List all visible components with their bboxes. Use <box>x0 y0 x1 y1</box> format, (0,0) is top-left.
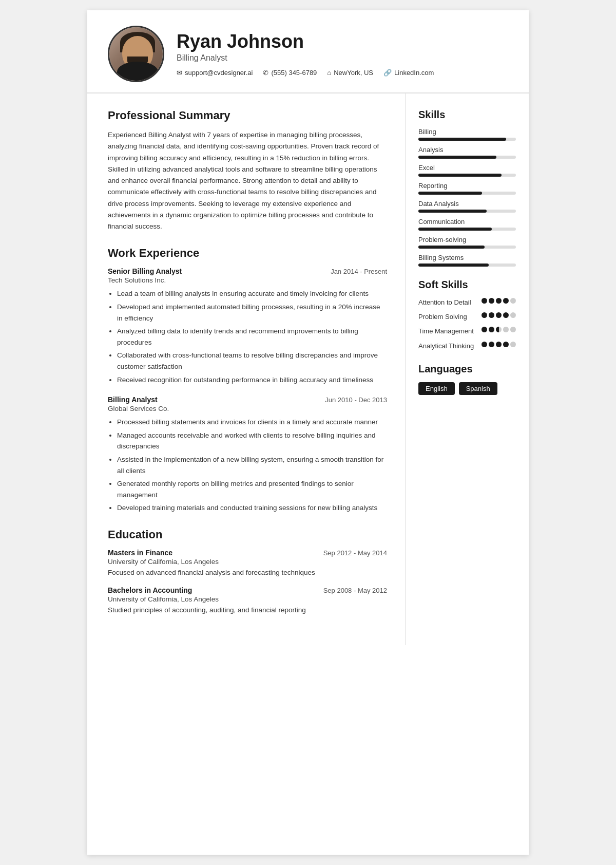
dot-half <box>496 327 502 332</box>
edu-desc-1: Focused on advanced financial analysis a… <box>108 568 387 578</box>
dot-filled <box>482 327 487 332</box>
edu-block-1: Masters in Finance Sep 2012 - May 2014 U… <box>108 549 387 578</box>
skills-section: Skills Billing Analysis Excel Reporting … <box>418 109 516 267</box>
dot-filled <box>482 312 487 318</box>
summary-section: Professional Summary Experienced Billing… <box>108 109 387 232</box>
soft-skill-item: Time Management <box>418 327 516 336</box>
skill-item: Reporting <box>418 182 516 195</box>
email-icon: ✉ <box>177 69 182 77</box>
email-value: support@cvdesigner.ai <box>185 69 253 77</box>
skill-item: Analysis <box>418 146 516 159</box>
job-company-2: Global Services Co. <box>108 405 387 412</box>
skill-item: Billing Systems <box>418 254 516 267</box>
job-header-1: Senior Billing Analyst Jan 2014 - Presen… <box>108 267 387 275</box>
skill-name: Reporting <box>418 182 516 190</box>
edu-desc-2: Studied principles of accounting, auditi… <box>108 605 387 615</box>
skill-bar-bg <box>418 156 516 159</box>
contact-list: ✉ support@cvdesigner.ai ✆ (555) 345-6789… <box>177 69 508 77</box>
skill-item: Problem-solving <box>418 236 516 249</box>
location-icon: ⌂ <box>327 69 331 77</box>
lang-tag-spanish: Spanish <box>459 382 497 395</box>
body-section: Professional Summary Experienced Billing… <box>87 93 529 645</box>
soft-skills-list: Attention to Detail Problem Solving Time… <box>418 298 516 351</box>
edu-school-2: University of California, Los Angeles <box>108 595 387 603</box>
dot-empty <box>510 312 516 318</box>
skill-bar-fill <box>418 174 502 177</box>
dot-filled <box>496 342 502 347</box>
list-item: Received recognition for outstanding per… <box>117 374 387 386</box>
dot-filled <box>503 312 509 318</box>
skill-name: Billing Systems <box>418 254 516 261</box>
skill-item: Data Analysis <box>418 200 516 213</box>
skill-bar-fill <box>418 192 482 195</box>
contact-email: ✉ support@cvdesigner.ai <box>177 69 253 77</box>
skill-name: Communication <box>418 218 516 225</box>
skill-name: Analysis <box>418 146 516 154</box>
left-column: Professional Summary Experienced Billing… <box>87 93 406 645</box>
soft-skill-dots <box>480 298 516 304</box>
skill-bar-bg <box>418 174 516 177</box>
soft-skill-item: Problem Solving <box>418 312 516 322</box>
job-company-1: Tech Solutions Inc. <box>108 276 387 284</box>
list-item: Lead a team of billing analysts in ensur… <box>117 288 387 299</box>
contact-location: ⌂ NewYork, US <box>327 69 373 77</box>
skill-bar-bg <box>418 228 516 231</box>
dot-filled <box>482 342 487 347</box>
list-item: Assisted in the implementation of a new … <box>117 454 387 476</box>
dot-filled <box>503 342 509 347</box>
languages-title: Languages <box>418 363 516 375</box>
dot-filled <box>503 298 509 304</box>
soft-skill-name: Analytical Thinking <box>418 342 480 351</box>
edu-title: Education <box>108 528 387 541</box>
job-title-2: Billing Analyst <box>108 396 158 404</box>
contact-phone: ✆ (555) 345-6789 <box>263 69 317 77</box>
soft-skill-dots <box>480 327 516 332</box>
soft-skill-name: Problem Solving <box>418 312 480 322</box>
location-value: NewYork, US <box>334 69 373 77</box>
phone-icon: ✆ <box>263 69 268 77</box>
list-item: Developed training materials and conduct… <box>117 502 387 514</box>
soft-skills-title: Soft Skills <box>418 279 516 291</box>
job-bullets-2: Processed billing statements and invoice… <box>108 417 387 514</box>
skill-bar-fill <box>418 156 496 159</box>
avatar <box>108 26 164 82</box>
linkedin-value: LinkedIn.com <box>394 69 434 77</box>
lang-tag-english: English <box>418 382 455 395</box>
work-title: Work Experience <box>108 247 387 260</box>
skill-bar-fill <box>418 210 487 213</box>
linkedin-icon: 🔗 <box>383 69 392 77</box>
dot-filled <box>496 298 502 304</box>
list-item: Generated monthly reports on billing met… <box>117 478 387 500</box>
header-info: Ryan Johnson Billing Analyst ✉ support@c… <box>177 31 508 77</box>
skills-list: Billing Analysis Excel Reporting Data An… <box>418 128 516 267</box>
dot-filled <box>489 327 494 332</box>
job-block-1: Senior Billing Analyst Jan 2014 - Presen… <box>108 267 387 385</box>
skill-bar-bg <box>418 192 516 195</box>
resume-container: Ryan Johnson Billing Analyst ✉ support@c… <box>87 10 529 855</box>
edu-header-2: Bachelors in Accounting Sep 2008 - May 2… <box>108 586 387 594</box>
job-title-1: Senior Billing Analyst <box>108 267 182 275</box>
list-item: Developed and implemented automated bill… <box>117 302 387 324</box>
skill-bar-bg <box>418 210 516 213</box>
job-header-2: Billing Analyst Jun 2010 - Dec 2013 <box>108 396 387 404</box>
dot-filled <box>489 342 494 347</box>
phone-value: (555) 345-6789 <box>271 69 317 77</box>
skill-bar-fill <box>418 264 489 267</box>
edu-degree-2: Bachelors in Accounting <box>108 586 192 594</box>
edu-date-2: Sep 2008 - May 2012 <box>323 587 387 594</box>
summary-text: Experienced Billing Analyst with 7 years… <box>108 129 387 232</box>
edu-date-1: Sep 2012 - May 2014 <box>323 549 387 557</box>
skill-bar-fill <box>418 138 506 141</box>
work-experience-section: Work Experience Senior Billing Analyst J… <box>108 247 387 514</box>
soft-skill-name: Attention to Detail <box>418 298 480 307</box>
dot-filled <box>496 312 502 318</box>
candidate-name: Ryan Johnson <box>177 31 508 52</box>
skill-item: Communication <box>418 218 516 231</box>
soft-skill-name: Time Management <box>418 327 480 336</box>
skill-name: Data Analysis <box>418 200 516 208</box>
job-date-2: Jun 2010 - Dec 2013 <box>325 396 387 404</box>
job-date-1: Jan 2014 - Present <box>331 268 387 275</box>
skill-item: Billing <box>418 128 516 141</box>
education-section: Education Masters in Finance Sep 2012 - … <box>108 528 387 616</box>
edu-school-1: University of California, Los Angeles <box>108 558 387 566</box>
